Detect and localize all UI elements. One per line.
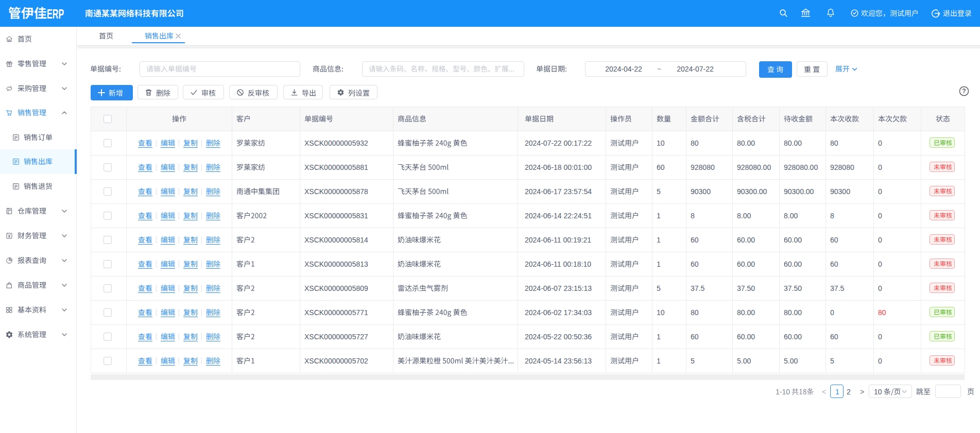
svg-text:?: ?: [962, 88, 966, 95]
